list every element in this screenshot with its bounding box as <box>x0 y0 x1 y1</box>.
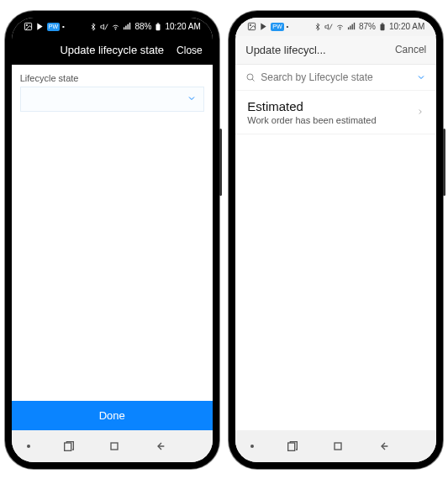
signal-icon <box>123 22 132 31</box>
android-nav <box>12 430 213 462</box>
cancel-button[interactable]: Cancel <box>395 44 426 55</box>
battery-icon <box>154 23 162 31</box>
recents-button[interactable] <box>286 440 299 453</box>
option-subtitle: Work order has been estimated <box>247 115 424 125</box>
svg-rect-6 <box>128 24 129 29</box>
chevron-right-icon <box>416 104 424 119</box>
app-badge: PW <box>271 23 283 31</box>
bluetooth-icon <box>89 23 98 31</box>
status-left: PW • <box>24 22 65 31</box>
field-label: Lifecycle state <box>20 73 204 83</box>
image-icon <box>247 22 256 31</box>
time-text: 10:20 AM <box>165 22 200 31</box>
phone-left: PW • 88% 10:20 AM Update lifecycle state… <box>5 11 219 469</box>
wifi-icon <box>335 22 345 31</box>
status-right: 88% 10:20 AM <box>89 22 200 31</box>
svg-rect-7 <box>129 23 130 29</box>
chevron-down-icon[interactable] <box>416 72 426 82</box>
page-title: Update lifecycle state <box>60 44 164 56</box>
nav-dot <box>250 445 254 448</box>
svg-rect-11 <box>111 443 118 450</box>
svg-rect-17 <box>348 27 349 29</box>
battery-text: 87% <box>359 22 376 31</box>
home-button[interactable] <box>108 440 121 453</box>
svg-point-14 <box>250 24 250 25</box>
battery-text: 88% <box>134 22 151 31</box>
nav-dot <box>27 445 30 448</box>
svg-line-15 <box>329 24 332 29</box>
svg-rect-5 <box>126 26 127 30</box>
status-left: PW • <box>247 22 288 31</box>
search-icon <box>245 72 256 82</box>
mute-icon <box>324 23 333 31</box>
play-icon <box>35 22 45 31</box>
image-icon <box>24 22 33 31</box>
svg-rect-21 <box>380 24 384 30</box>
screen-right: PW • 87% 10:20 AM Update lifecycl... Can… <box>235 18 436 462</box>
search-row[interactable] <box>235 65 436 91</box>
svg-point-16 <box>340 29 340 29</box>
svg-rect-18 <box>350 26 350 30</box>
close-button[interactable]: Close <box>177 45 203 56</box>
back-button[interactable] <box>153 440 166 453</box>
svg-point-23 <box>247 74 253 80</box>
back-button[interactable] <box>377 440 390 453</box>
svg-rect-25 <box>288 443 295 450</box>
battery-icon <box>378 23 387 31</box>
phone-right: PW • 87% 10:20 AM Update lifecycl... Can… <box>229 11 443 469</box>
time-text: 10:20 AM <box>389 22 424 31</box>
wifi-icon <box>111 22 120 31</box>
svg-rect-22 <box>382 23 384 24</box>
app-header: Update lifecycl... Cancel <box>235 36 436 65</box>
svg-line-24 <box>252 79 255 82</box>
svg-rect-19 <box>351 24 352 29</box>
svg-point-1 <box>26 24 27 25</box>
option-title: Estimated <box>247 99 424 113</box>
svg-rect-26 <box>335 443 341 450</box>
svg-rect-20 <box>354 23 355 29</box>
dot-icon: • <box>62 23 65 30</box>
status-bar: PW • 87% 10:20 AM <box>235 18 436 36</box>
svg-rect-4 <box>124 27 124 29</box>
android-nav <box>235 430 436 462</box>
play-icon <box>259 22 268 31</box>
app-badge: PW <box>47 23 60 31</box>
page-title: Update lifecycl... <box>245 44 325 56</box>
bluetooth-icon <box>314 23 322 31</box>
chevron-down-icon <box>187 92 197 107</box>
svg-rect-8 <box>156 24 161 30</box>
mute-icon <box>100 23 108 31</box>
recents-button[interactable] <box>62 440 76 453</box>
svg-rect-9 <box>157 23 160 24</box>
status-right: 87% 10:20 AM <box>314 22 424 31</box>
signal-icon <box>347 22 356 31</box>
done-button[interactable]: Done <box>12 401 213 430</box>
search-input[interactable] <box>261 71 411 83</box>
spacer <box>20 112 204 392</box>
app-header: Update lifecycle state Close <box>12 36 213 65</box>
svg-line-2 <box>105 24 108 29</box>
spacer <box>235 134 436 430</box>
svg-point-3 <box>116 29 117 29</box>
lifecycle-option[interactable]: Estimated Work order has been estimated <box>235 91 436 134</box>
status-bar: PW • 88% 10:20 AM <box>12 18 213 36</box>
home-button[interactable] <box>331 440 345 453</box>
svg-rect-10 <box>64 443 71 450</box>
lifecycle-dropdown[interactable] <box>20 87 204 112</box>
screen-left: PW • 88% 10:20 AM Update lifecycle state… <box>12 18 213 462</box>
content-area: Lifecycle state <box>12 65 213 401</box>
dot-icon: • <box>287 23 289 30</box>
